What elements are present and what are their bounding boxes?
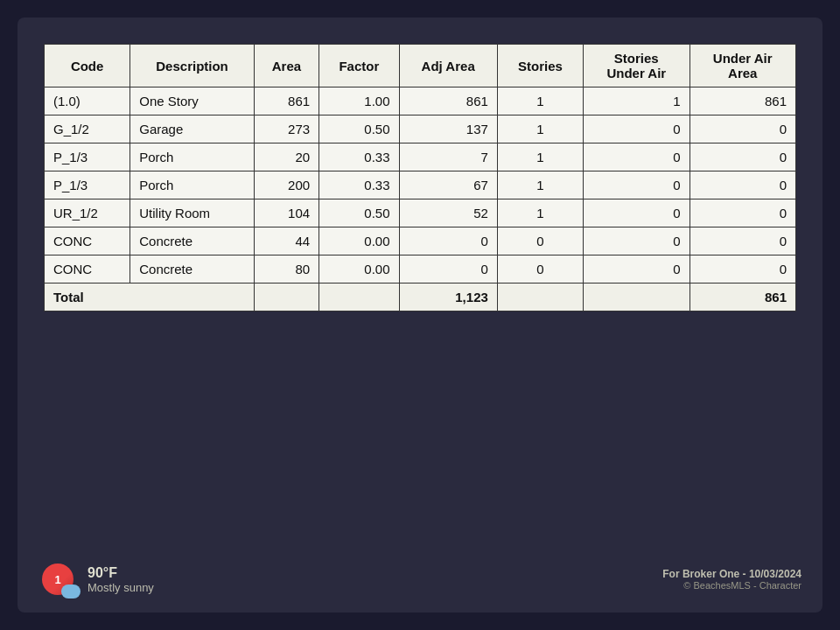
cell-description: Garage <box>130 116 255 144</box>
cell-code: P_1/3 <box>45 172 130 200</box>
cell-stories: 1 <box>497 116 583 144</box>
table-row: P_1/3 Porch 200 0.33 67 1 0 0 <box>45 172 796 200</box>
col-adj-area: Adj Area <box>399 45 497 88</box>
cell-description: Porch <box>130 144 255 172</box>
total-adj-area: 1,123 <box>399 284 497 312</box>
cell-adj-area: 0 <box>399 228 497 256</box>
cell-under-air-area: 0 <box>690 144 796 172</box>
cell-factor: 1.00 <box>319 88 399 116</box>
cell-code: CONC <box>45 228 130 256</box>
cell-area: 200 <box>254 172 318 200</box>
weather-description: Mostly sunny <box>88 581 154 594</box>
property-table: Code Description Area Factor Adj Area St… <box>44 44 796 312</box>
table-row: (1.0) One Story 861 1.00 861 1 1 861 <box>45 88 796 116</box>
cell-description: Utility Room <box>130 200 255 228</box>
cell-adj-area: 52 <box>399 200 497 228</box>
cell-under-air-area: 0 <box>690 172 796 200</box>
table-row: CONC Concrete 44 0.00 0 0 0 0 <box>45 228 796 256</box>
cell-adj-area: 137 <box>399 116 497 144</box>
cell-area: 80 <box>254 256 318 284</box>
cell-area: 861 <box>254 88 318 116</box>
cell-stories-under-air: 1 <box>584 88 690 116</box>
weather-text: 90°F Mostly sunny <box>88 565 154 594</box>
cell-area: 273 <box>254 116 318 144</box>
cell-under-air-area: 861 <box>690 88 796 116</box>
cell-stories-under-air: 0 <box>584 256 690 284</box>
col-stories: Stories <box>497 45 583 88</box>
cell-under-air-area: 0 <box>690 116 796 144</box>
table-row: P_1/3 Porch 20 0.33 7 1 0 0 <box>45 144 796 172</box>
footer-text: For Broker One - 10/03/2024 © BeachesMLS… <box>662 568 802 591</box>
weather-cloud-icon <box>61 584 80 598</box>
cell-adj-area: 861 <box>399 88 497 116</box>
total-area <box>254 284 318 312</box>
table-container: Code Description Area Factor Adj Area St… <box>35 35 805 553</box>
bottom-bar: 1 90°F Mostly sunny For Broker One - 10/… <box>35 553 805 598</box>
cell-stories: 0 <box>497 256 583 284</box>
cell-adj-area: 7 <box>399 144 497 172</box>
cell-under-air-area: 0 <box>690 256 796 284</box>
cell-stories-under-air: 0 <box>584 144 690 172</box>
cell-code: (1.0) <box>45 88 130 116</box>
cell-under-air-area: 0 <box>690 200 796 228</box>
cell-description: One Story <box>130 88 255 116</box>
screen: Code Description Area Factor Adj Area St… <box>18 18 822 612</box>
cell-factor: 0.33 <box>319 172 399 200</box>
cell-stories: 1 <box>497 172 583 200</box>
weather-icon: 1 <box>38 560 77 598</box>
cell-adj-area: 67 <box>399 172 497 200</box>
table-row: G_1/2 Garage 273 0.50 137 1 0 0 <box>45 116 796 144</box>
total-row: Total 1,123 861 <box>45 284 796 312</box>
total-sua <box>584 284 690 312</box>
col-area: Area <box>254 45 318 88</box>
footer-mls: © BeachesMLS - Character <box>683 580 802 591</box>
cell-area: 104 <box>254 200 318 228</box>
cell-code: CONC <box>45 256 130 284</box>
col-factor: Factor <box>319 45 399 88</box>
weather-temperature: 90°F <box>88 565 154 581</box>
cell-stories-under-air: 0 <box>584 200 690 228</box>
weather-widget: 1 90°F Mostly sunny <box>38 560 154 598</box>
cell-stories: 0 <box>497 228 583 256</box>
cell-factor: 0.00 <box>319 256 399 284</box>
cell-under-air-area: 0 <box>690 228 796 256</box>
cell-description: Porch <box>130 172 255 200</box>
col-code: Code <box>45 45 130 88</box>
col-stories-under-air: StoriesUnder Air <box>584 45 690 88</box>
total-stories <box>497 284 583 312</box>
cell-area: 44 <box>254 228 318 256</box>
cell-stories: 1 <box>497 144 583 172</box>
cell-description: Concrete <box>130 256 255 284</box>
col-under-air-area: Under AirArea <box>690 45 796 88</box>
total-factor <box>319 284 399 312</box>
cell-stories-under-air: 0 <box>584 116 690 144</box>
table-row: UR_1/2 Utility Room 104 0.50 52 1 0 0 <box>45 200 796 228</box>
cell-code: G_1/2 <box>45 116 130 144</box>
cell-code: P_1/3 <box>45 144 130 172</box>
cell-area: 20 <box>254 144 318 172</box>
cell-description: Concrete <box>130 228 255 256</box>
total-under-air: 861 <box>690 284 796 312</box>
cell-factor: 0.50 <box>319 200 399 228</box>
cell-adj-area: 0 <box>399 256 497 284</box>
cell-factor: 0.50 <box>319 116 399 144</box>
cell-stories-under-air: 0 <box>584 228 690 256</box>
col-description: Description <box>130 45 255 88</box>
cell-stories: 1 <box>497 88 583 116</box>
cell-stories-under-air: 0 <box>584 172 690 200</box>
table-row: CONC Concrete 80 0.00 0 0 0 0 <box>45 256 796 284</box>
total-label: Total <box>45 284 255 312</box>
cell-factor: 0.00 <box>319 228 399 256</box>
cell-stories: 1 <box>497 200 583 228</box>
cell-factor: 0.33 <box>319 144 399 172</box>
footer-broker: For Broker One - 10/03/2024 <box>662 568 802 580</box>
cell-code: UR_1/2 <box>45 200 130 228</box>
